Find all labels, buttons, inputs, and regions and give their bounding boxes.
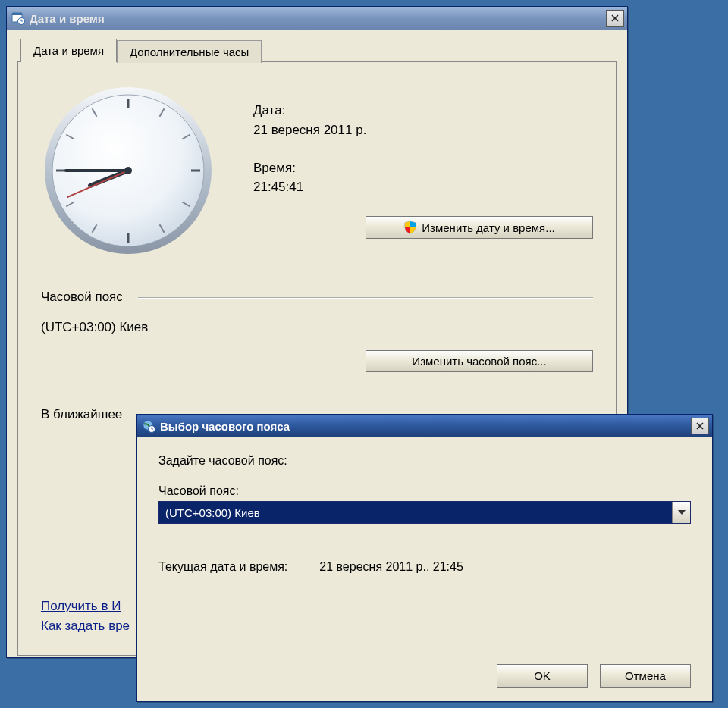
tab-extra-clocks[interactable]: Дополнительные часы (117, 40, 262, 63)
ok-button[interactable]: OK (497, 664, 588, 688)
timezone-dialog: Выбор часового пояса Задайте часовой поя… (136, 414, 713, 702)
titlebar-main[interactable]: Дата и время (7, 7, 627, 30)
close-icon (611, 14, 619, 22)
tab-strip: Дата и время Дополнительные часы (20, 39, 627, 61)
tz-instruction: Задайте часовой пояс: (158, 454, 691, 468)
change-timezone-button[interactable]: Изменить часовой пояс... (366, 350, 593, 372)
analog-clock (41, 83, 215, 258)
timezone-combobox[interactable]: (UTC+03:00) Киев (158, 501, 691, 524)
close-icon (696, 422, 704, 430)
tz-combo-label: Часовой пояс: (158, 484, 691, 498)
svg-rect-1 (12, 13, 22, 15)
uac-shield-icon (403, 221, 417, 234)
time-label: Время: (253, 159, 593, 177)
change-datetime-button[interactable]: Изменить дату и время... (366, 216, 593, 239)
close-button-main[interactable] (606, 10, 624, 27)
cancel-label: Отмена (625, 669, 666, 682)
svg-point-20 (124, 167, 132, 174)
titlebar-tz[interactable]: Выбор часового пояса (137, 415, 712, 437)
change-datetime-label: Изменить дату и время... (422, 221, 554, 234)
cancel-button[interactable]: Отмена (600, 664, 691, 688)
ok-label: OK (534, 669, 551, 682)
current-datetime-value: 21 вересня 2011 р., 21:45 (319, 560, 463, 574)
timezone-current: (UTC+03:00) Киев (41, 320, 593, 335)
time-value: 21:45:41 (253, 178, 593, 196)
timezone-selected: (UTC+03:00) Киев (159, 502, 672, 523)
tz-dialog-title: Выбор часового пояса (160, 420, 691, 433)
date-label: Дата: (253, 102, 593, 120)
change-timezone-label: Изменить часовой пояс... (412, 355, 546, 368)
current-datetime-label: Текущая дата и время: (158, 560, 287, 574)
link-internet-time[interactable]: Получить в И (41, 599, 130, 614)
calendar-clock-icon (11, 11, 25, 25)
globe-clock-icon (142, 419, 155, 433)
timezone-section-label: Часовой пояс (41, 290, 123, 305)
tab-datetime[interactable]: Дата и время (20, 39, 117, 62)
close-button-tz[interactable] (691, 418, 709, 434)
divider (138, 297, 593, 298)
chevron-down-icon (672, 502, 690, 523)
date-value: 21 вересня 2011 р. (253, 121, 593, 139)
window-title: Дата и время (30, 12, 606, 25)
link-how-to-set-time[interactable]: Как задать вре (41, 619, 130, 634)
